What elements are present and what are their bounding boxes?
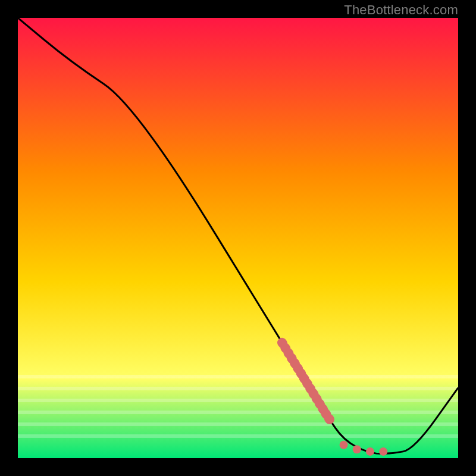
outer-frame: TheBottleneck.com xyxy=(0,0,476,476)
svg-rect-1 xyxy=(18,387,458,390)
gradient-background xyxy=(18,18,458,458)
chart-svg xyxy=(18,18,458,458)
marker-dot xyxy=(340,441,348,449)
svg-rect-4 xyxy=(18,422,458,426)
plot-area xyxy=(18,18,458,458)
marker-dot xyxy=(366,447,374,456)
svg-rect-5 xyxy=(18,434,458,438)
svg-rect-0 xyxy=(18,375,458,378)
marker-dot xyxy=(353,445,361,453)
attribution-text: TheBottleneck.com xyxy=(344,2,458,18)
svg-rect-3 xyxy=(18,411,458,414)
svg-rect-2 xyxy=(18,399,458,402)
marker-dot xyxy=(379,447,387,456)
